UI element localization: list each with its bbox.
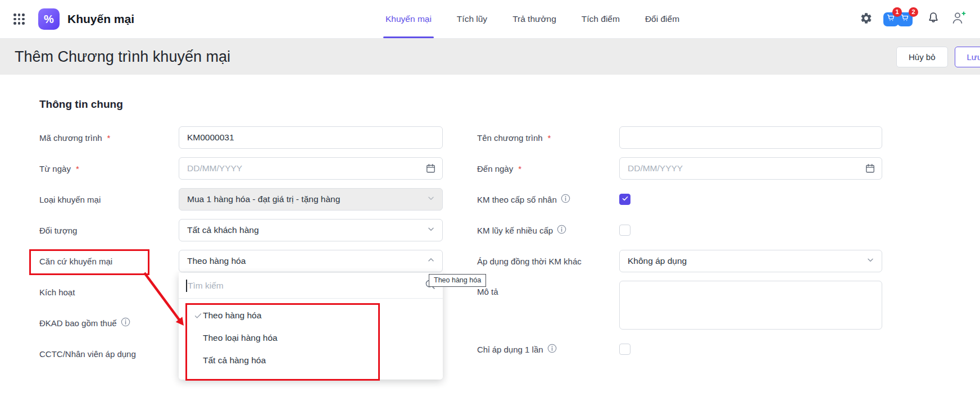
form-column-left: Mã chương trình* Từ ngày* Loại khuyến mạ…: [39, 126, 443, 373]
cart-buttons: 1 2: [883, 12, 913, 26]
concurrent-promo-select[interactable]: Không áp dụng: [619, 250, 882, 272]
program-code-input[interactable]: [179, 126, 443, 149]
program-name-input[interactable]: [619, 126, 882, 149]
bell-icon: [927, 11, 940, 27]
multiplier-checkbox[interactable]: [619, 194, 630, 205]
row-ma-chuong-trinh: Mã chương trình*: [39, 126, 443, 149]
person-add-icon: [951, 11, 967, 28]
option-label: Tất cả hàng hóa: [203, 355, 266, 365]
required-mark: *: [548, 133, 551, 143]
field-label: Đối tượng: [39, 226, 77, 235]
row-den-ngay: Đến ngày*: [477, 157, 882, 180]
row-km-cap-so-nhan: KM theo cấp số nhân: [477, 188, 882, 211]
cumulative-checkbox[interactable]: [619, 225, 630, 236]
save-button[interactable]: Lưu và: [955, 47, 980, 67]
field-label: Căn cứ khuyến mại: [39, 257, 112, 266]
description-textarea[interactable]: [619, 281, 882, 330]
text-cursor: [186, 280, 187, 292]
cancel-button[interactable]: Hủy bỏ: [896, 47, 948, 67]
field-label: Đến ngày: [477, 164, 513, 173]
page-header: Thêm Chương trình khuyến mại Hủy bỏ Lưu …: [0, 39, 980, 75]
required-mark: *: [107, 133, 111, 143]
selected-value: Mua 1 hàng hóa - đạt giá trị - tặng hàng: [187, 194, 340, 204]
selected-value: Không áp dụng: [628, 256, 687, 266]
section-title: Thông tin chung: [39, 98, 123, 111]
field-label: ĐKAD bao gồm thuế: [39, 318, 117, 328]
selected-value: Tất cả khách hàng: [187, 225, 259, 235]
apply-once-checkbox[interactable]: [619, 344, 630, 355]
chevron-down-icon: [427, 225, 435, 236]
settings-button[interactable]: [860, 12, 873, 27]
row-tu-ngay: Từ ngày*: [39, 157, 443, 180]
field-label: Từ ngày: [39, 164, 71, 173]
tab-khuyen-mai[interactable]: Khuyến mại: [385, 0, 432, 38]
promotion-type-select: Mua 1 hàng hóa - đạt giá trị - tặng hàng: [179, 188, 443, 211]
check-icon: [194, 312, 203, 320]
chevron-down-icon: [427, 194, 435, 205]
field-label: Tên chương trình: [477, 133, 543, 143]
row-loai-khuyen-mai: Loại khuyến mại Mua 1 hàng hóa - đạt giá…: [39, 188, 443, 211]
value-tooltip: Theo hàng hóa: [429, 274, 486, 287]
dropdown-search-input[interactable]: [179, 273, 424, 298]
field-label: Loại khuyến mại: [39, 195, 101, 204]
field-label: Áp dụng đồng thời KM khác: [477, 257, 582, 266]
field-label: Mã chương trình: [39, 133, 102, 143]
option-label: Theo hàng hóa: [203, 310, 261, 321]
option-label: Theo loại hàng hóa: [203, 333, 278, 343]
selected-value: Theo hàng hóa: [187, 256, 246, 266]
main-nav-tabs: Khuyến mại Tích lũy Trả thưởng Tích điểm…: [385, 0, 679, 38]
shopping-cart-icon: [900, 13, 910, 25]
form-content: Thông tin chung Mã chương trình* Từ ngày…: [0, 75, 980, 393]
info-icon[interactable]: [121, 317, 130, 328]
app-logo: %: [38, 8, 60, 30]
row-can-cu-khuyen-mai: Căn cứ khuyến mại Theo hàng hóa: [39, 250, 443, 272]
to-date-input[interactable]: [619, 157, 882, 180]
row-chi-ap-dung-1-lan: Chỉ áp dụng 1 lần: [477, 338, 882, 360]
info-icon[interactable]: [561, 194, 570, 205]
navbar-actions: 1 2: [860, 11, 967, 28]
promotion-basis-dropdown: Theo hàng hóa Theo loại hàng hóa Tất cả …: [179, 273, 443, 380]
field-label: Mô tả: [477, 287, 498, 296]
option-tat-ca-hang-hoa[interactable]: Tất cả hàng hóa: [179, 349, 443, 372]
cart2-count-badge: 2: [909, 7, 918, 17]
row-ap-dung-dong-thoi: Áp dụng đồng thời KM khác Không áp dụng: [477, 250, 882, 272]
check-icon: [621, 194, 629, 204]
row-km-luy-ke: KM lũy kế nhiều cấp: [477, 219, 882, 241]
gear-icon: [860, 12, 873, 27]
row-ten-chuong-trinh: Tên chương trình*: [477, 126, 882, 149]
row-doi-tuong: Đối tượng Tất cả khách hàng: [39, 219, 443, 241]
option-theo-loai-hang-hoa[interactable]: Theo loại hàng hóa: [179, 327, 443, 349]
required-mark: *: [76, 164, 79, 173]
field-label: KM theo cấp số nhân: [477, 195, 557, 204]
top-navbar: % Khuyến mại Khuyến mại Tích lũy Trả thư…: [0, 0, 980, 39]
notifications-button[interactable]: [927, 11, 940, 27]
tab-doi-diem[interactable]: Đổi điểm: [645, 0, 679, 38]
app-launcher-icon[interactable]: [12, 12, 26, 26]
info-icon[interactable]: [557, 225, 566, 236]
chevron-down-icon: [866, 255, 875, 267]
form-column-right: Tên chương trình* Đến ngày* KM theo cấp …: [477, 126, 882, 369]
dropdown-search-row: [179, 273, 443, 299]
field-label: Kích hoạt: [39, 287, 75, 297]
page-title: Thêm Chương trình khuyến mại: [15, 48, 230, 66]
from-date-input[interactable]: [179, 157, 443, 180]
tab-tra-thuong[interactable]: Trả thưởng: [512, 0, 556, 38]
field-label: KM lũy kế nhiều cấp: [477, 226, 553, 235]
tab-tich-diem[interactable]: Tích điểm: [582, 0, 620, 38]
logo-percent-glyph: %: [44, 13, 54, 26]
info-icon[interactable]: [547, 344, 557, 355]
row-mo-ta: Mô tả: [477, 281, 882, 330]
audience-select[interactable]: Tất cả khách hàng: [179, 219, 443, 241]
header-actions: Hủy bỏ Lưu và: [896, 47, 980, 67]
app-title: Khuyến mại: [67, 12, 134, 26]
field-label: CCTC/Nhân viên áp dụng: [39, 349, 136, 359]
field-label: Chỉ áp dụng 1 lần: [477, 345, 543, 354]
required-mark: *: [518, 164, 521, 173]
promotion-basis-select[interactable]: Theo hàng hóa: [179, 250, 443, 272]
account-button[interactable]: [951, 11, 967, 28]
cart1-count-badge: 1: [892, 7, 902, 17]
tab-tich-luy[interactable]: Tích lũy: [457, 0, 487, 38]
option-theo-hang-hoa[interactable]: Theo hàng hóa: [179, 304, 443, 327]
chevron-up-icon: [427, 255, 435, 267]
dropdown-options: Theo hàng hóa Theo loại hàng hóa Tất cả …: [179, 299, 443, 380]
